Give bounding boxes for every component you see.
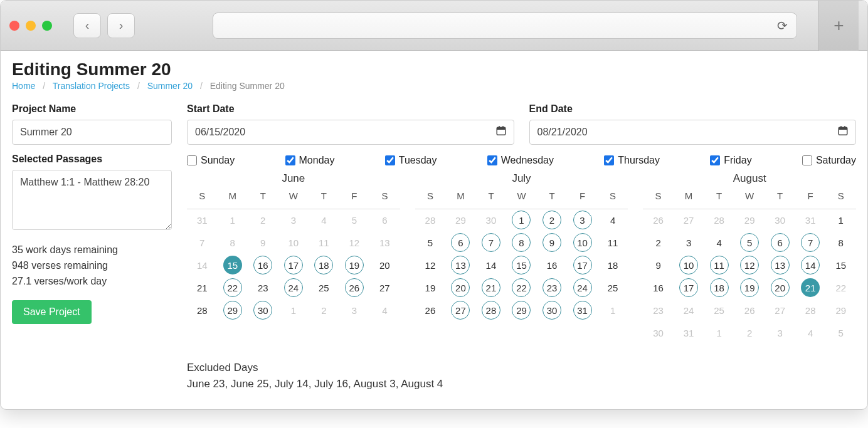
calendar-day: 31 [679, 323, 698, 342]
calendar-day: 5 [345, 211, 364, 229]
calendar-day[interactable]: 19 [740, 278, 759, 297]
breadcrumb-translation-projects[interactable]: Translation Projects [53, 81, 130, 91]
breadcrumb-home[interactable]: Home [12, 81, 35, 91]
calendar-day[interactable]: 17 [573, 256, 592, 274]
calendar-day[interactable]: 16 [253, 256, 272, 274]
calendar-day: 24 [679, 301, 698, 320]
calendar-day[interactable]: 22 [223, 278, 242, 297]
calendar-day[interactable]: 18 [710, 278, 729, 297]
calendar-day[interactable]: 29 [512, 301, 531, 320]
calendar-day-header: W [506, 186, 537, 209]
calendar-day[interactable]: 26 [345, 278, 364, 297]
calendar-day[interactable]: 17 [679, 278, 698, 297]
calendar-day[interactable]: 18 [314, 256, 333, 274]
breadcrumb-summer-20[interactable]: Summer 20 [147, 81, 193, 91]
weekday-toggle-saturday[interactable]: Saturday [802, 155, 856, 166]
calendar-day[interactable]: 13 [451, 256, 470, 274]
calendar-day[interactable]: 27 [451, 301, 470, 320]
selected-passages-textarea[interactable]: Matthew 1:1 - Matthew 28:20 [12, 170, 172, 230]
calendar-day[interactable]: 24 [284, 278, 303, 297]
calendar-icon[interactable] [495, 125, 507, 140]
zoom-window-icon[interactable] [42, 21, 52, 31]
calendar-day[interactable]: 28 [482, 301, 500, 320]
weekday-checkbox-saturday[interactable] [802, 155, 812, 165]
calendar-day[interactable]: 7 [801, 233, 820, 252]
close-window-icon[interactable] [9, 21, 19, 31]
calendar-day[interactable]: 10 [679, 256, 698, 274]
calendar-day-header: S [598, 186, 628, 209]
calendar-day: 4 [314, 211, 333, 229]
calendar-day[interactable]: 24 [573, 278, 592, 297]
weekday-toggle-friday[interactable]: Friday [710, 155, 751, 166]
calendar-day: 1 [832, 211, 850, 229]
calendar-day[interactable]: 29 [223, 301, 242, 320]
calendar-day[interactable]: 21 [482, 278, 500, 297]
calendar-day-header: T [537, 186, 568, 209]
calendar-day[interactable]: 11 [710, 256, 729, 274]
new-tab-button[interactable]: + [818, 1, 859, 51]
calendar-day-header: T [765, 186, 795, 209]
back-button[interactable]: ‹ [73, 13, 101, 38]
calendar-day[interactable]: 21 [801, 278, 820, 297]
calendar-day[interactable]: 7 [482, 233, 500, 252]
calendar-day[interactable]: 22 [512, 278, 531, 297]
weekday-checkbox-wednesday[interactable] [487, 155, 497, 165]
calendar-day: 12 [421, 256, 440, 274]
calendar-day-header: M [674, 186, 704, 209]
weekday-toggle-thursday[interactable]: Thursday [604, 155, 660, 166]
calendar-day[interactable]: 20 [771, 278, 790, 297]
reload-icon[interactable]: ⟳ [777, 18, 788, 33]
calendar-title: June [187, 172, 400, 185]
weekday-toggle-wednesday[interactable]: Wednesday [487, 155, 554, 166]
calendar-day[interactable]: 19 [345, 256, 364, 274]
calendar-day[interactable]: 1 [512, 211, 531, 229]
calendar-day[interactable]: 8 [512, 233, 531, 252]
weekday-checkbox-sunday[interactable] [187, 155, 197, 165]
calendar-day[interactable]: 6 [771, 233, 790, 252]
calendar-day[interactable]: 3 [573, 211, 592, 229]
calendar-day[interactable]: 17 [284, 256, 303, 274]
start-date-input[interactable] [187, 120, 514, 145]
weekday-checkbox-friday[interactable] [710, 155, 720, 165]
calendar-day[interactable]: 9 [542, 233, 561, 252]
calendar-day: 28 [710, 211, 729, 229]
calendar-day: 26 [740, 301, 759, 320]
minimize-window-icon[interactable] [26, 21, 36, 31]
calendar-day: 4 [801, 323, 820, 342]
weekday-toggle-tuesday[interactable]: Tuesday [385, 155, 437, 166]
weekday-checkbox-monday[interactable] [285, 155, 295, 165]
calendar-day[interactable]: 23 [542, 278, 561, 297]
project-name-input[interactable] [12, 120, 172, 145]
calendar-day: 22 [832, 278, 850, 297]
calendar-day[interactable]: 20 [451, 278, 470, 297]
breadcrumb: Home / Translation Projects / Summer 20 … [12, 81, 856, 91]
url-bar[interactable]: ⟳ [213, 13, 797, 39]
calendar-day[interactable]: 31 [573, 301, 592, 320]
svg-rect-1 [497, 127, 505, 130]
calendar-day[interactable]: 14 [801, 256, 820, 274]
plus-icon: + [834, 16, 844, 36]
weekday-toggle-sunday[interactable]: Sunday [187, 155, 235, 166]
calendar-day[interactable]: 15 [512, 256, 531, 274]
calendar-day[interactable]: 5 [740, 233, 759, 252]
save-project-button[interactable]: Save Project [12, 300, 92, 324]
svg-rect-2 [499, 126, 500, 128]
calendar-icon[interactable] [837, 125, 849, 140]
calendar-day[interactable]: 15 [223, 256, 242, 274]
weekday-toggle-monday[interactable]: Monday [285, 155, 335, 166]
calendar-day[interactable]: 12 [740, 256, 759, 274]
calendar-day[interactable]: 2 [542, 211, 561, 229]
right-column: Start Date End Date [187, 103, 856, 390]
calendar-day-header: S [369, 186, 400, 209]
weekday-checkbox-tuesday[interactable] [385, 155, 395, 165]
forward-button[interactable]: › [107, 13, 135, 38]
calendar-day: 3 [679, 233, 698, 252]
calendar-day[interactable]: 30 [542, 301, 561, 320]
calendar-day[interactable]: 10 [573, 233, 592, 252]
calendar-day[interactable]: 13 [771, 256, 790, 274]
end-date-input[interactable] [529, 120, 857, 145]
calendar-day: 20 [375, 256, 394, 274]
calendar-day[interactable]: 30 [253, 301, 272, 320]
calendar-day[interactable]: 6 [451, 233, 470, 252]
weekday-checkbox-thursday[interactable] [604, 155, 614, 165]
